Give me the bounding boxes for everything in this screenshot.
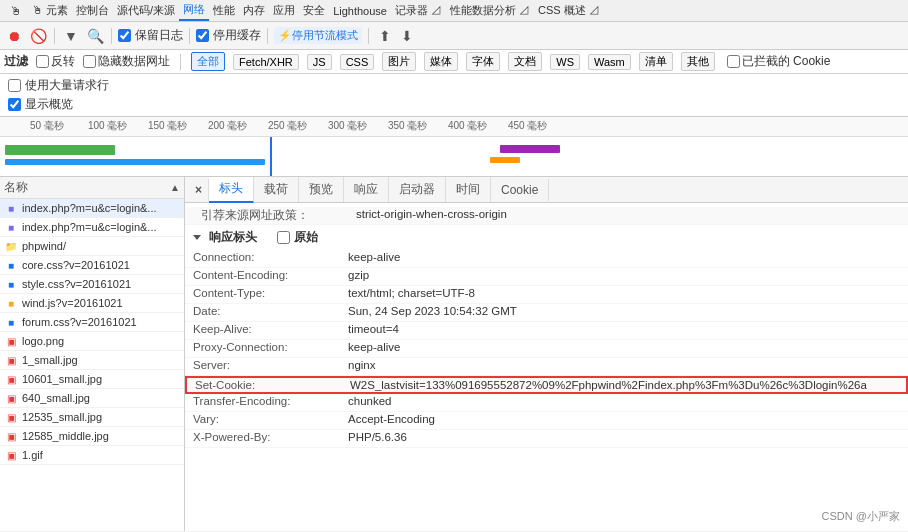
file-item-1small[interactable]: ▣ 1_small.jpg (0, 351, 184, 370)
download-button[interactable]: ⬇ (397, 26, 417, 46)
file-list: 名称 ▲ ■ index.php?m=u&c=login&... ■ index… (0, 177, 185, 531)
file-item-core-css[interactable]: ■ core.css?v=20161021 (0, 256, 184, 275)
divider-4 (267, 28, 268, 44)
img-icon-logo: ▣ (4, 334, 18, 348)
throttle-select[interactable]: ⚡停用节流模式 (274, 27, 362, 44)
img-icon-10601small: ▣ (4, 372, 18, 386)
hide-data-urls-label: 隐藏数据网址 (98, 53, 170, 70)
keepalive-value: timeout=4 (348, 323, 900, 335)
file-item-12535small[interactable]: ▣ 12535_small.jpg (0, 408, 184, 427)
content-type-value: text/html; charset=UTF-8 (348, 287, 900, 299)
tab-response[interactable]: 响应 (344, 177, 389, 202)
tab-timing[interactable]: 时间 (446, 177, 491, 202)
filter-doc[interactable]: 文档 (508, 52, 542, 71)
tab-payload[interactable]: 载荷 (254, 177, 299, 202)
blocked-cookies-checkbox[interactable] (727, 55, 740, 68)
response-headers-toggle[interactable]: 响应标头 原始 (193, 227, 900, 248)
menu-memory[interactable]: 内存 (239, 1, 269, 20)
hide-data-urls-checkbox[interactable] (83, 55, 96, 68)
tab-close[interactable]: × (189, 179, 209, 201)
file-item-640small[interactable]: ▣ 640_small.jpg (0, 389, 184, 408)
date-key: Date: (193, 305, 348, 317)
file-name-forum-css: forum.css?v=20161021 (22, 316, 137, 328)
file-name-style-css: style.css?v=20161021 (22, 278, 131, 290)
raw-headers-checkbox[interactable] (277, 231, 290, 244)
filter-ws[interactable]: WS (550, 54, 580, 70)
tab-cookies[interactable]: Cookie (491, 179, 549, 201)
js-icon-0: ■ (4, 296, 18, 310)
detail-row-connection: Connection: keep-alive (185, 250, 908, 268)
css-icon-2: ■ (4, 315, 18, 329)
filter-font[interactable]: 字体 (466, 52, 500, 71)
timeline-bar-area (0, 137, 908, 177)
menu-recorder[interactable]: 记录器 ⊿ (391, 1, 446, 20)
file-item-1[interactable]: ■ index.php?m=u&c=login&... (0, 218, 184, 237)
menu-css-overview[interactable]: CSS 概述 ⊿ (534, 1, 604, 20)
tab-initiator[interactable]: 启动器 (389, 177, 446, 202)
menu-console[interactable]: 控制台 (72, 1, 113, 20)
proxy-connection-value: keep-alive (348, 341, 900, 353)
file-name-core-css: core.css?v=20161021 (22, 259, 130, 271)
filter-manifest[interactable]: 清单 (639, 52, 673, 71)
cache-disable-label: 停用缓存 (213, 27, 261, 44)
bulk-requests-checkbox[interactable] (8, 79, 21, 92)
show-overview-row: 显示概览 (8, 95, 900, 114)
invert-checkbox[interactable] (36, 55, 49, 68)
filter-fetch-xhr[interactable]: Fetch/XHR (233, 54, 299, 70)
cache-disable-checkbox[interactable] (196, 29, 209, 42)
tick-400: 400 毫秒 (448, 119, 487, 133)
filter-img[interactable]: 图片 (382, 52, 416, 71)
menu-sources[interactable]: 源代码/来源 (113, 1, 179, 20)
file-item-10601small[interactable]: ▣ 10601_small.jpg (0, 370, 184, 389)
invert-filter[interactable]: 反转 (36, 53, 75, 70)
menu-application[interactable]: 应用 (269, 1, 299, 20)
menu-lighthouse[interactable]: Lighthouse (329, 3, 391, 19)
php-icon-1: ■ (4, 220, 18, 234)
menu-performance[interactable]: 性能 (209, 1, 239, 20)
folder-icon: 📁 (4, 239, 18, 253)
filter-wasm[interactable]: Wasm (588, 54, 631, 70)
main-content: 名称 ▲ ■ index.php?m=u&c=login&... ■ index… (0, 177, 908, 531)
tab-preview[interactable]: 预览 (299, 177, 344, 202)
filter-all[interactable]: 全部 (191, 52, 225, 71)
hide-data-urls[interactable]: 隐藏数据网址 (83, 53, 170, 70)
file-item-logo[interactable]: ▣ logo.png (0, 332, 184, 351)
file-item-0[interactable]: ■ index.php?m=u&c=login&... (0, 199, 184, 218)
file-item-gif[interactable]: ▣ 1.gif (0, 446, 184, 465)
menu-cursor-icon[interactable]: 🖱 (4, 2, 28, 20)
file-name-1small: 1_small.jpg (22, 354, 78, 366)
tab-headers[interactable]: 标头 (209, 177, 254, 203)
toolbar: ⏺ 🚫 ▼ 🔍 保留日志 停用缓存 ⚡停用节流模式 ⬆ ⬇ (0, 22, 908, 50)
filter-media[interactable]: 媒体 (424, 52, 458, 71)
menu-security[interactable]: 安全 (299, 1, 329, 20)
set-cookie-key: Set-Cookie: (195, 379, 350, 391)
filter-css[interactable]: CSS (340, 54, 375, 70)
img-icon-12535small: ▣ (4, 410, 18, 424)
upload-button[interactable]: ⬆ (375, 26, 395, 46)
file-list-header: 名称 ▲ (0, 177, 184, 199)
file-item-style-css[interactable]: ■ style.css?v=20161021 (0, 275, 184, 294)
encoding-key: Content-Encoding: (193, 269, 348, 281)
file-list-sort[interactable]: ▲ (170, 182, 180, 193)
record-button[interactable]: ⏺ (4, 26, 24, 46)
preserve-log-checkbox[interactable] (118, 29, 131, 42)
file-item-forum-css[interactable]: ■ forum.css?v=20161021 (0, 313, 184, 332)
file-item-wind-js[interactable]: ■ wind.js?v=20161021 (0, 294, 184, 313)
filter-button[interactable]: ▼ (61, 26, 81, 46)
file-item-12585middle[interactable]: ▣ 12585_middle.jpg (0, 427, 184, 446)
img-icon-1small: ▣ (4, 353, 18, 367)
file-name-0: index.php?m=u&c=login&... (22, 202, 157, 214)
search-button[interactable]: 🔍 (85, 26, 105, 46)
clear-button[interactable]: 🚫 (28, 26, 48, 46)
file-item-folder[interactable]: 📁 phpwind/ (0, 237, 184, 256)
filter-other[interactable]: 其他 (681, 52, 715, 71)
filter-js[interactable]: JS (307, 54, 332, 70)
menu-network[interactable]: 网络 (179, 0, 209, 21)
tabs-bar: × 标头 载荷 预览 响应 启动器 时间 Cookie (185, 177, 908, 203)
menu-perf-insight[interactable]: 性能数据分析 ⊿ (446, 1, 534, 20)
menu-elements[interactable]: 🖱 元素 (28, 1, 72, 20)
show-overview-checkbox[interactable] (8, 98, 21, 111)
transfer-encoding-value: chunked (348, 395, 900, 407)
blocked-cookies[interactable]: 已拦截的 Cookie (727, 53, 831, 70)
file-name-10601small: 10601_small.jpg (22, 373, 102, 385)
